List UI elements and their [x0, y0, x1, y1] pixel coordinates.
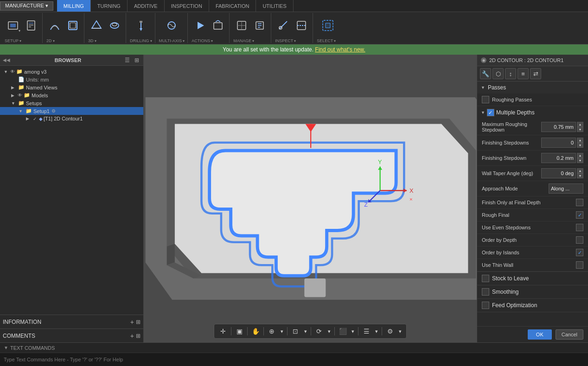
- select-icon[interactable]: [320, 17, 336, 34]
- cancel-button[interactable]: Cancel: [556, 329, 583, 340]
- tree-arrow-operation[interactable]: ▶: [26, 116, 32, 121]
- max-roughing-stepdown-up[interactable]: ▲: [577, 122, 583, 127]
- select-label[interactable]: SELECT ▾: [317, 38, 339, 43]
- vp-settings-dropdown[interactable]: ▾: [397, 328, 403, 334]
- 3d-label[interactable]: 3D ▾: [88, 38, 123, 43]
- rp-geometry-icon[interactable]: ⬡: [492, 68, 504, 79]
- comments-settings-icon[interactable]: ⊞: [136, 333, 141, 339]
- information-expand-icon[interactable]: +: [130, 318, 134, 326]
- vp-cursor-icon[interactable]: ✛: [217, 326, 229, 337]
- eye-icon-models[interactable]: 👁: [18, 93, 22, 98]
- finishing-stepdown-down[interactable]: ▼: [577, 158, 583, 163]
- browser-collapse-icon[interactable]: ◀◀: [3, 57, 10, 63]
- drilling-label[interactable]: DRILLING ▾: [130, 38, 152, 43]
- 2d-adaptive-icon[interactable]: [46, 17, 63, 34]
- manage-lib-icon[interactable]: [251, 17, 268, 34]
- text-commands-input[interactable]: [0, 353, 588, 366]
- finishing-stepdown-input[interactable]: [541, 153, 576, 163]
- smoothing-row[interactable]: Smoothing: [477, 285, 588, 298]
- wall-taper-angle-down[interactable]: ▼: [577, 173, 583, 178]
- tree-item-root[interactable]: ▼ 👁 📁 among v3: [0, 68, 143, 76]
- inspect-section-icon[interactable]: [293, 17, 310, 34]
- setup-label[interactable]: SETUP ▾: [5, 38, 39, 43]
- stock-to-leave-row[interactable]: Stock to Leave: [477, 272, 588, 285]
- vp-fit-dropdown[interactable]: ▾: [302, 328, 309, 334]
- tab-milling[interactable]: MILLING: [57, 0, 91, 12]
- tab-turning[interactable]: TURNING: [91, 0, 128, 12]
- inspect-label[interactable]: INSPECT ▾: [275, 38, 310, 43]
- tab-additive[interactable]: ADDITIVE: [128, 0, 165, 12]
- eye-icon-root[interactable]: 👁: [10, 69, 15, 74]
- 2d-label[interactable]: 2D ▾: [46, 38, 81, 43]
- right-panel-close-icon[interactable]: ●: [481, 57, 486, 63]
- tab-utilities[interactable]: UTILITIES: [256, 0, 293, 12]
- drilling-icon[interactable]: [133, 17, 149, 34]
- max-roughing-stepdown-input[interactable]: [541, 122, 576, 132]
- browser-expand-icon[interactable]: ⊞: [133, 57, 141, 64]
- finishing-stepdowns-down[interactable]: ▼: [577, 143, 583, 148]
- feed-optimization-checkbox[interactable]: [482, 302, 489, 309]
- tab-fabrication[interactable]: FABRICATION: [209, 0, 256, 12]
- vp-view-cube-icon[interactable]: ⬛: [337, 326, 349, 337]
- tree-arrow-root[interactable]: ▼: [4, 69, 9, 74]
- passes-section-header[interactable]: ▼ Passes: [477, 82, 588, 94]
- order-by-depth-checkbox[interactable]: [576, 236, 583, 244]
- tree-item-models[interactable]: ▶ 👁 📁 Models: [0, 91, 143, 99]
- browser-settings-icon[interactable]: ☰: [124, 57, 131, 64]
- vp-display-settings-icon[interactable]: ☰: [360, 326, 372, 337]
- vp-display-dropdown[interactable]: ▾: [373, 328, 380, 334]
- roughing-passes-checkbox[interactable]: [482, 96, 489, 103]
- vp-display-icon[interactable]: ▣: [233, 326, 245, 337]
- tab-inspection[interactable]: INSPECTION: [165, 0, 209, 12]
- finishing-stepdowns-up[interactable]: ▲: [577, 138, 583, 143]
- tree-item-setups[interactable]: ▼ 📁 Setups: [0, 99, 143, 107]
- multiaxis-label[interactable]: MULTI-AXIS ▾: [159, 38, 185, 43]
- rp-passes-tb-icon[interactable]: ≡: [518, 68, 529, 79]
- finish-only-final-depth-checkbox[interactable]: [576, 199, 583, 206]
- multiple-depths-checkbox[interactable]: ✓: [487, 109, 494, 116]
- feed-optimization-row[interactable]: Feed Optimization: [477, 299, 588, 312]
- information-settings-icon[interactable]: ⊞: [136, 319, 141, 325]
- rp-height-icon[interactable]: ↕: [505, 68, 516, 79]
- tree-item-setup1[interactable]: ▼ 📁 Setup1 ⚙: [0, 107, 143, 115]
- tree-arrow-named-views[interactable]: ▶: [11, 85, 17, 90]
- vp-pan-icon[interactable]: ✋: [249, 326, 262, 337]
- tree-arrow-models[interactable]: ▶: [11, 93, 17, 98]
- actions-simulate-icon[interactable]: [192, 17, 208, 34]
- rp-linking-icon[interactable]: ⇄: [530, 68, 541, 79]
- wall-taper-angle-up[interactable]: ▲: [577, 168, 583, 173]
- smoothing-checkbox[interactable]: [482, 288, 489, 296]
- 3d-adaptive-icon[interactable]: [88, 17, 105, 34]
- notification-link[interactable]: Find out what's new.: [315, 46, 365, 53]
- vp-orbit-icon[interactable]: ⟳: [313, 326, 325, 337]
- inspect-measure-icon[interactable]: [275, 17, 292, 34]
- comments-expand-icon[interactable]: +: [130, 332, 134, 340]
- tree-arrow-setups[interactable]: ▼: [11, 101, 17, 106]
- order-by-islands-checkbox[interactable]: [576, 249, 583, 256]
- actions-post-icon[interactable]: [210, 17, 226, 34]
- vp-fit-icon[interactable]: ⊡: [289, 326, 301, 337]
- use-even-stepdowns-checkbox[interactable]: [576, 224, 583, 231]
- manage-label[interactable]: MANAGE ▾: [233, 38, 268, 43]
- viewport[interactable]: X Y Z × ✛ ▣ ✋: [144, 55, 477, 342]
- stock-to-leave-checkbox[interactable]: [482, 275, 489, 282]
- vp-zoomin-icon[interactable]: ⊕: [266, 326, 278, 337]
- rough-final-checkbox[interactable]: [576, 211, 583, 219]
- approach-mode-dropdown[interactable]: Along ... Plunge Ramp: [549, 183, 583, 194]
- manage-icon[interactable]: [233, 17, 250, 34]
- vp-zoom-dropdown[interactable]: ▾: [279, 328, 285, 334]
- rp-tool-icon[interactable]: 🔧: [480, 68, 491, 79]
- 2d-contour-icon[interactable]: [64, 17, 81, 34]
- finishing-stepdown-up[interactable]: ▲: [577, 153, 583, 158]
- 3d-pocket-icon[interactable]: [106, 17, 123, 34]
- vp-orbit-dropdown[interactable]: ▾: [326, 328, 332, 334]
- actions-label[interactable]: ACTIONS ▾: [192, 38, 226, 43]
- tree-item-operation[interactable]: ▶ ✓ ◆ [T1] 2D Contour1: [0, 115, 143, 122]
- multiaxis-icon[interactable]: [163, 17, 180, 34]
- setup-icon[interactable]: [5, 17, 21, 34]
- wall-taper-angle-input[interactable]: [541, 168, 576, 178]
- use-thin-wall-checkbox[interactable]: [576, 261, 583, 269]
- manufacture-button[interactable]: MANUFACTURE ▾: [0, 1, 53, 11]
- multiple-depths-header[interactable]: ▼ ✓ Multiple Depths: [477, 106, 588, 119]
- setup-doc-icon[interactable]: [23, 17, 39, 34]
